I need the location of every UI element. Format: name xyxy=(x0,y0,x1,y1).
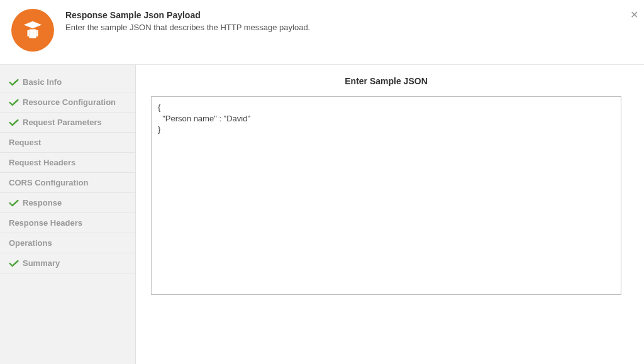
sidebar-item-label: Request xyxy=(9,138,41,147)
sidebar-item-request-headers[interactable]: Request Headers xyxy=(0,153,135,173)
sidebar-item-cors-configuration[interactable]: CORS Configuration xyxy=(0,173,135,193)
sidebar-item-response[interactable]: Response xyxy=(0,193,135,213)
close-icon[interactable]: ✕ xyxy=(628,9,640,21)
main-panel: Enter Sample JSON xyxy=(136,65,644,364)
sample-json-input[interactable] xyxy=(151,96,621,295)
sidebar-item-request-parameters[interactable]: Request Parameters xyxy=(0,113,135,133)
checkmark-icon xyxy=(9,118,19,127)
sidebar-item-label: Summary xyxy=(23,258,60,268)
sidebar-item-label: Request Parameters xyxy=(23,118,102,127)
sidebar: Basic Info Resource Configuration Reques… xyxy=(0,65,136,364)
page-description: Enter the sample JSON that describes the… xyxy=(65,23,310,32)
sidebar-item-label: Response xyxy=(23,198,62,207)
page-title: Response Sample Json Payload xyxy=(65,10,310,20)
sidebar-item-response-headers[interactable]: Response Headers xyxy=(0,213,135,233)
wizard-icon xyxy=(11,9,54,52)
svg-rect-0 xyxy=(29,30,36,38)
header: Response Sample Json Payload Enter the s… xyxy=(0,0,644,65)
checkmark-icon xyxy=(9,259,19,268)
svg-rect-1 xyxy=(28,30,30,36)
sidebar-item-summary[interactable]: Summary xyxy=(0,253,135,273)
section-title: Enter Sample JSON xyxy=(151,76,621,86)
sidebar-item-label: Basic Info xyxy=(23,77,62,87)
checkmark-icon xyxy=(9,199,19,207)
header-text: Response Sample Json Payload Enter the s… xyxy=(65,9,310,32)
sidebar-item-request[interactable]: Request xyxy=(0,133,135,153)
sidebar-item-label: Resource Configuration xyxy=(23,97,116,107)
checkmark-icon xyxy=(9,98,19,107)
svg-rect-2 xyxy=(36,30,38,36)
sidebar-item-label: Request Headers xyxy=(9,158,75,167)
sidebar-item-label: CORS Configuration xyxy=(9,178,88,187)
sidebar-item-basic-info[interactable]: Basic Info xyxy=(0,72,135,92)
sidebar-item-resource-configuration[interactable]: Resource Configuration xyxy=(0,92,135,113)
sidebar-item-label: Response Headers xyxy=(9,218,82,228)
sidebar-item-label: Operations xyxy=(9,238,52,248)
sidebar-item-operations[interactable]: Operations xyxy=(0,233,135,253)
checkmark-icon xyxy=(9,78,19,87)
